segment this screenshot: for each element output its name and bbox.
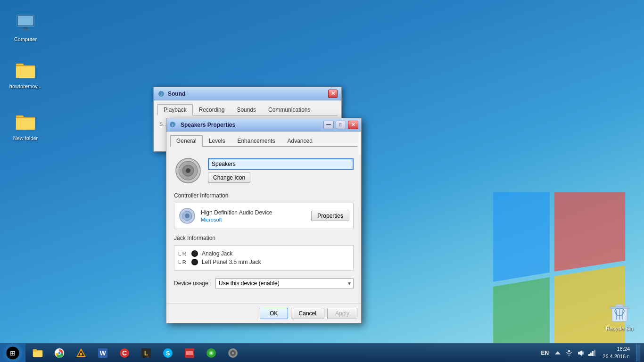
tab-recording[interactable]: Recording (193, 104, 231, 115)
sound-dialog-tab-bar: Playback Recording Sounds Communications (157, 104, 338, 115)
general-tab-content: Change Icon Controller Information High (170, 153, 357, 300)
jack-row-1: L R Left Panel 3.5 mm Jack (178, 258, 349, 266)
speakers-dialog: ♪ Speakers Properties — □ ✕ General Leve… (166, 118, 362, 323)
svg-rect-30 (80, 353, 82, 355)
svg-rect-51 (590, 353, 592, 356)
speakers-maximize-button[interactable]: □ (336, 121, 346, 129)
tray-chevron-up-icon[interactable] (553, 349, 562, 357)
tab-sounds[interactable]: Sounds (231, 104, 262, 115)
tray-network-icon[interactable] (565, 349, 573, 357)
folder-icon (14, 58, 37, 81)
recycle-bin-icon[interactable]: Recycle Bin (601, 299, 638, 334)
svg-text:L: L (144, 349, 149, 357)
svg-point-20 (185, 214, 190, 218)
computer-icon (14, 11, 37, 34)
taskbar-app-8[interactable] (179, 345, 200, 362)
tab-communications[interactable]: Communications (262, 104, 316, 115)
svg-rect-2 (23, 27, 28, 29)
jack-section-title: Jack Information (174, 235, 354, 241)
sound-dialog-title: Sound (168, 90, 328, 97)
speaker-device-icon (174, 156, 202, 185)
controller-properties-button[interactable]: Properties (311, 211, 349, 221)
speakers-tab-general[interactable]: General (170, 135, 203, 147)
svg-point-17 (186, 168, 190, 173)
taskbar-app-vlc[interactable] (71, 345, 91, 362)
svg-point-46 (232, 352, 234, 354)
apply-button[interactable]: Apply (327, 308, 357, 319)
recycle-bin-image (608, 301, 631, 323)
svg-rect-25 (33, 349, 37, 351)
svg-marker-47 (555, 351, 561, 354)
device-usage-select-wrapper[interactable]: Use this device (enable) Don't use this … (215, 278, 354, 288)
recycle-bin-label: Recycle Bin (606, 325, 633, 332)
svg-rect-24 (33, 351, 42, 357)
clock-date: 26.4.2016 г. (603, 353, 630, 360)
taskbar: ⊞ (0, 343, 644, 362)
tray-volume-icon[interactable] (576, 349, 585, 357)
svg-text:S: S (166, 350, 170, 357)
tab-playback[interactable]: Playback (157, 104, 193, 115)
dialog-buttons-row: OK Cancel Apply (166, 304, 361, 323)
jack-info-box: L R Analog Jack L R Left Panel 3.5 mm Ja… (174, 245, 354, 271)
jack-dot-1 (191, 259, 198, 265)
taskbar-app-chrome[interactable] (49, 345, 70, 362)
speakers-tab-enhancements[interactable]: Enhancements (231, 135, 281, 147)
svg-text:⊞: ⊞ (10, 349, 16, 357)
howtoremove-icon-label: howtoremov... (9, 83, 41, 90)
speakers-close-button[interactable]: ✕ (348, 121, 358, 129)
taskbar-app-l[interactable]: L (136, 345, 157, 362)
svg-rect-53 (594, 350, 595, 356)
ok-button[interactable]: OK (260, 308, 288, 319)
taskbar-app-10[interactable] (223, 345, 243, 362)
jack-row-0: L R Analog Jack (178, 249, 349, 258)
desktop-icon-new-folder[interactable]: New folder (7, 108, 44, 143)
svg-rect-40 (186, 351, 193, 355)
jack-label-1: Left Panel 3.5 mm Jack (202, 259, 261, 265)
speakers-tab-bar: General Levels Enhancements Advanced (170, 135, 357, 147)
svg-text:♪: ♪ (160, 92, 162, 96)
new-folder-icon (14, 110, 37, 133)
taskbar-app-ccleaner[interactable]: C (114, 345, 135, 362)
tray-signal-icon[interactable] (587, 349, 596, 357)
controller-info-box: High Definition Audio Device Microsoft P… (174, 203, 354, 229)
tray-language[interactable]: EN (539, 350, 551, 356)
taskbar-app-skype[interactable]: S (157, 345, 178, 362)
controller-icon (178, 207, 196, 225)
svg-text:W: W (99, 349, 106, 357)
taskbar-apps: W C L S (25, 344, 536, 362)
start-button[interactable]: ⊞ (0, 344, 25, 362)
controller-section-title: Controller Information (174, 192, 354, 199)
show-desktop-button[interactable] (636, 345, 640, 362)
desktop-icon-computer[interactable]: Computer (7, 9, 44, 44)
taskbar-app-word[interactable]: W (92, 345, 113, 362)
taskbar-app-explorer[interactable] (27, 345, 48, 362)
controller-details: High Definition Audio Device Microsoft (201, 209, 306, 222)
svg-rect-48 (568, 350, 570, 352)
svg-point-43 (210, 352, 212, 354)
svg-marker-49 (578, 350, 582, 356)
sound-dialog-icon: ♪ (157, 90, 165, 98)
taskbar-clock[interactable]: 18:24 26.4.2016 г. (599, 346, 634, 360)
jack-lr-0: L R (178, 251, 188, 256)
desktop-icon-howtoremove[interactable]: howtoremov... (7, 57, 44, 91)
speakers-dialog-title: Speakers Properties (181, 122, 322, 128)
svg-point-27 (58, 352, 61, 354)
sound-dialog-titlebar[interactable]: ♪ Sound ✕ (154, 87, 341, 100)
speakers-tab-advanced[interactable]: Advanced (281, 135, 318, 147)
new-folder-icon-label: New folder (13, 135, 38, 141)
controller-name-text: High Definition Audio Device (201, 209, 306, 216)
device-usage-select[interactable]: Use this device (enable) Don't use this … (215, 278, 354, 288)
speakers-minimize-button[interactable]: — (323, 121, 334, 129)
taskbar-app-9[interactable] (201, 345, 222, 362)
speakers-tab-levels[interactable]: Levels (203, 135, 231, 147)
change-icon-button[interactable]: Change Icon (208, 173, 250, 183)
clock-time: 18:24 (603, 346, 630, 353)
svg-rect-3 (21, 29, 30, 31)
cancel-button[interactable]: Cancel (291, 308, 324, 319)
speaker-name-section: Change Icon (208, 158, 354, 183)
device-usage-section: Device usage: Use this device (enable) D… (174, 278, 354, 288)
speakers-titlebar[interactable]: ♪ Speakers Properties — □ ✕ (166, 118, 361, 132)
jack-dot-0 (191, 250, 198, 257)
speaker-name-input[interactable] (208, 158, 354, 170)
sound-dialog-close-button[interactable]: ✕ (328, 90, 338, 98)
